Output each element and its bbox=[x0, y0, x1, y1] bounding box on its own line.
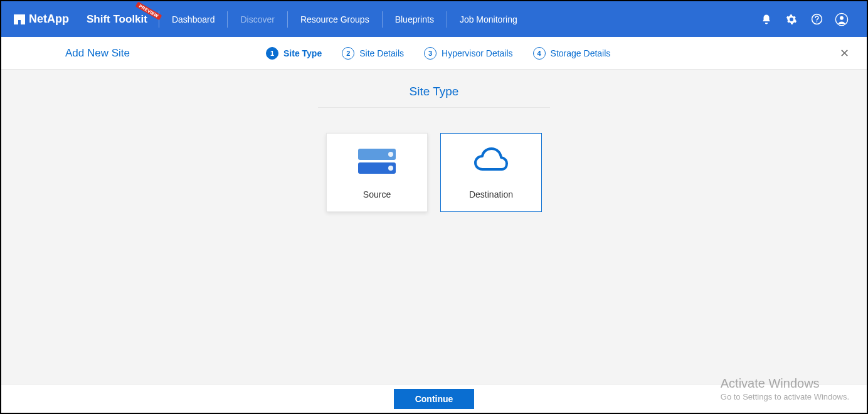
nav-resource-groups[interactable]: Resource Groups bbox=[287, 11, 382, 28]
product-label: Shift Toolkit bbox=[87, 13, 147, 26]
svg-point-1 bbox=[816, 21, 817, 23]
close-icon: ✕ bbox=[840, 46, 849, 60]
nav-dashboard-label: Dashboard bbox=[172, 14, 215, 24]
choice-source-label: Source bbox=[363, 189, 391, 199]
step-site-type[interactable]: 1 Site Type bbox=[266, 47, 322, 60]
step-2-label: Site Details bbox=[359, 48, 404, 58]
content-area: Site Type Source Destination bbox=[1, 70, 867, 212]
choice-destination[interactable]: Destination bbox=[440, 133, 542, 212]
product-name: Shift Toolkit PREVIEW bbox=[87, 13, 147, 26]
nav-discover[interactable]: Discover bbox=[227, 11, 287, 28]
stepper: 1 Site Type 2 Site Details 3 Hypervisor … bbox=[266, 47, 610, 60]
nav-resource-groups-label: Resource Groups bbox=[300, 14, 369, 24]
choice-source[interactable]: Source bbox=[326, 133, 428, 212]
netapp-logo-icon bbox=[14, 14, 25, 24]
svg-point-7 bbox=[388, 166, 393, 171]
nav-discover-label: Discover bbox=[240, 14, 274, 24]
help-icon[interactable] bbox=[804, 7, 829, 32]
step-3-label: Hypervisor Details bbox=[442, 48, 513, 58]
step-storage-details[interactable]: 4 Storage Details bbox=[533, 47, 611, 60]
step-3-number: 3 bbox=[424, 47, 437, 60]
continue-button-label: Continue bbox=[415, 394, 453, 404]
step-1-label: Site Type bbox=[283, 48, 322, 58]
site-type-choices: Source Destination bbox=[326, 133, 542, 212]
server-icon bbox=[356, 146, 398, 177]
user-icon[interactable] bbox=[829, 7, 854, 32]
step-4-label: Storage Details bbox=[551, 48, 611, 58]
choice-destination-label: Destination bbox=[469, 189, 513, 199]
nav-blueprints-label: Blueprints bbox=[395, 14, 434, 24]
navbar: NetApp Shift Toolkit PREVIEW Dashboard D… bbox=[1, 1, 867, 37]
step-1-number: 1 bbox=[266, 47, 278, 60]
cloud-icon bbox=[470, 146, 512, 177]
modal-title: Add New Site bbox=[65, 47, 266, 60]
svg-point-5 bbox=[388, 152, 393, 157]
step-4-number: 4 bbox=[533, 47, 546, 60]
nav-job-monitoring-label: Job Monitoring bbox=[460, 14, 517, 24]
bell-icon[interactable] bbox=[754, 7, 779, 32]
section-title: Site Type bbox=[318, 85, 550, 108]
step-2-number: 2 bbox=[342, 47, 354, 60]
brand-logo[interactable]: NetApp bbox=[14, 13, 69, 26]
nav-blueprints[interactable]: Blueprints bbox=[382, 11, 447, 28]
step-hypervisor-details[interactable]: 3 Hypervisor Details bbox=[424, 47, 513, 60]
continue-button[interactable]: Continue bbox=[394, 389, 475, 409]
brand-name: NetApp bbox=[29, 13, 69, 26]
nav-job-monitoring[interactable]: Job Monitoring bbox=[447, 11, 530, 28]
nav-dashboard[interactable]: Dashboard bbox=[159, 11, 228, 28]
svg-point-3 bbox=[840, 16, 844, 19]
step-site-details[interactable]: 2 Site Details bbox=[342, 47, 404, 60]
stepper-bar: Add New Site 1 Site Type 2 Site Details … bbox=[1, 37, 867, 70]
close-button[interactable]: ✕ bbox=[837, 46, 852, 61]
gear-icon[interactable] bbox=[779, 7, 804, 32]
footer-bar: Continue bbox=[1, 384, 867, 413]
